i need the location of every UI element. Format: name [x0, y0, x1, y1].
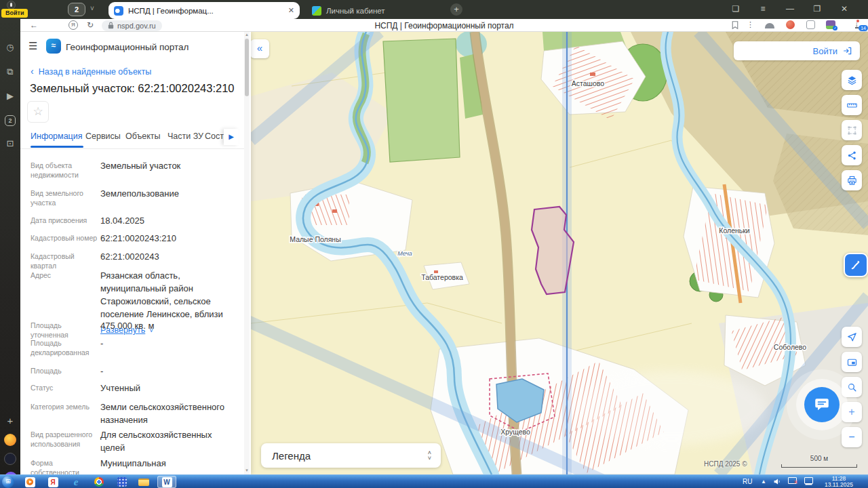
restore-button[interactable]: ❐: [808, 4, 826, 14]
yandex-home-icon[interactable]: Я: [68, 20, 78, 30]
map-canvas[interactable]: Асташово Малые Поляны Меча Табатеровка К…: [251, 32, 868, 474]
field-row: Площадь-: [31, 365, 234, 378]
close-button[interactable]: ✕: [835, 4, 853, 14]
tab-services[interactable]: Сервисы: [85, 131, 121, 141]
navigation-arrow-icon: [846, 331, 858, 343]
toolbar-menu-icon[interactable]: ⋮: [747, 20, 754, 29]
windows-taskbar: ⊞ Я e W RU ▲ ✕: [0, 474, 868, 488]
url-text: nspd.gov.ru: [117, 22, 156, 30]
share-button[interactable]: [842, 145, 862, 165]
legend-expand-icon[interactable]: ˄˅: [428, 450, 431, 461]
back-arrow-icon[interactable]: ←: [30, 20, 38, 30]
panel-scrollbar[interactable]: ▲ ▼: [244, 32, 250, 474]
browser-tabstrip: Войти 2 ˅ НСПД | Геоинформац... ✕ Личный…: [0, 0, 868, 19]
taskbar-apps-grid-icon[interactable]: [114, 476, 130, 488]
screenshot-button[interactable]: [842, 352, 862, 372]
extension-icon[interactable]: [786, 20, 795, 29]
chevron-down-icon[interactable]: ˅: [90, 5, 94, 12]
taskbar-ie-icon[interactable]: e: [68, 476, 84, 488]
map-attribution: НСПД 2025 ©: [704, 460, 747, 468]
display-icon[interactable]: [804, 477, 813, 484]
notification-dot: [856, 20, 859, 22]
taskbar-browser-icon[interactable]: [22, 476, 38, 488]
field-row: Дата присвоения18.04.2025: [31, 214, 234, 227]
object-info-panel: ☰ ≈ Геоинформационный портал ‹Назад в на…: [20, 32, 251, 474]
field-row: Площадь декларированная-: [31, 337, 234, 357]
nspd-favicon: [114, 6, 123, 16]
tabs-count-icon[interactable]: 2: [5, 115, 16, 126]
extension-icon[interactable]: [806, 20, 815, 29]
portal-logo-icon: ≈: [46, 39, 61, 54]
windows-icon[interactable]: ⧉: [0, 66, 20, 77]
voice-login-badge[interactable]: Войти: [1, 9, 28, 18]
yandex-service-icon[interactable]: [4, 434, 16, 446]
scroll-up-icon[interactable]: ▲: [244, 33, 250, 37]
field-row: Вид земельного участкаЗемлепользование: [31, 187, 234, 207]
scrollbar-thumb[interactable]: [245, 39, 249, 96]
printer-icon: [846, 175, 858, 186]
pen-icon: [850, 259, 862, 271]
bookmark-icon[interactable]: [731, 20, 739, 33]
draw-tool-button[interactable]: [844, 253, 868, 277]
print-button[interactable]: [842, 170, 862, 190]
map-viewport[interactable]: Асташово Малые Поляны Меча Табатеровка К…: [251, 32, 868, 474]
play-icon[interactable]: ▶: [0, 91, 20, 101]
refresh-icon[interactable]: ↻: [87, 20, 94, 30]
back-link[interactable]: ‹Назад в найденные объекты: [31, 66, 151, 77]
taskbar-word-icon[interactable]: W: [157, 476, 176, 488]
search-area-button[interactable]: [842, 377, 862, 397]
screencast-icon[interactable]: ⊡: [0, 138, 20, 148]
panel-collapse-button[interactable]: «: [250, 39, 269, 58]
menu-icon[interactable]: ☰: [28, 40, 37, 52]
network-icon[interactable]: ✕: [788, 477, 797, 484]
map-label-river: Меча: [397, 250, 412, 257]
layers-button[interactable]: [842, 70, 862, 90]
tabs-scroll-right-button[interactable]: ▶: [224, 129, 239, 145]
favorite-star-button[interactable]: ☆: [27, 101, 49, 123]
extension-icon[interactable]: [765, 23, 774, 28]
back-chevron-icon: ‹: [31, 66, 34, 77]
app-icon[interactable]: [4, 453, 16, 465]
zoom-out-button[interactable]: −: [842, 427, 862, 447]
legend-bar[interactable]: Легенда ˄˅: [261, 443, 441, 468]
new-tab-button[interactable]: +: [450, 3, 462, 16]
url-field[interactable]: nspd.gov.ru: [102, 20, 162, 31]
add-icon[interactable]: +: [0, 415, 20, 426]
tab-counter-button[interactable]: 2: [68, 3, 85, 16]
map-label: Хрущево: [500, 428, 530, 436]
tab-composition[interactable]: Соста: [205, 131, 225, 141]
measure-button[interactable]: [842, 95, 862, 115]
taskbar-yandex-icon[interactable]: Я: [45, 476, 61, 488]
field-row: Кадастровый номер62:21:0020243:210: [31, 232, 234, 245]
start-button[interactable]: ⊞: [2, 476, 14, 488]
tray-expand-icon[interactable]: ▲: [761, 479, 766, 485]
tab-close-icon[interactable]: ✕: [288, 6, 294, 15]
history-icon[interactable]: ◷: [0, 42, 20, 52]
browser-menu-icon[interactable]: ≡: [754, 4, 772, 14]
map-login-button[interactable]: Войти: [734, 41, 860, 60]
taskbar-clock[interactable]: 11:28 13.11.2025: [818, 476, 860, 488]
browser-tab-nspd[interactable]: НСПД | Геоинформац... ✕: [108, 2, 300, 19]
taskbar-chrome-icon[interactable]: [91, 476, 107, 488]
locate-button[interactable]: [842, 327, 862, 347]
minimize-button[interactable]: —: [781, 4, 799, 14]
field-row: Вид объекта недвижимостиЗемельный участо…: [31, 159, 234, 180]
login-arrow-icon: [842, 45, 853, 56]
active-tab-underline: [31, 146, 83, 148]
lasso-select-button[interactable]: [842, 120, 862, 140]
side-panel-icon[interactable]: ❏: [727, 4, 745, 14]
language-indicator[interactable]: RU: [743, 478, 752, 485]
scroll-down-icon[interactable]: ▼: [244, 468, 250, 472]
tab-objects[interactable]: Объекты: [125, 131, 161, 141]
browser-side-rail: ◷ ⧉ ▶ 2 ⊡ +: [0, 19, 20, 474]
zoom-in-button[interactable]: +: [842, 402, 862, 422]
tab-parts[interactable]: Части ЗУ: [167, 131, 203, 141]
chat-button[interactable]: [804, 387, 840, 422]
browser-tab-account[interactable]: Личный кабинет: [307, 2, 446, 19]
extension-icon[interactable]: ✓: [826, 20, 835, 29]
tab-information[interactable]: Информация: [31, 131, 83, 141]
speaker-icon[interactable]: [773, 477, 782, 486]
map-label: Малые Поляны: [290, 235, 340, 243]
map-label: Табатеровка: [421, 273, 463, 281]
taskbar-explorer-icon[interactable]: [136, 476, 152, 488]
